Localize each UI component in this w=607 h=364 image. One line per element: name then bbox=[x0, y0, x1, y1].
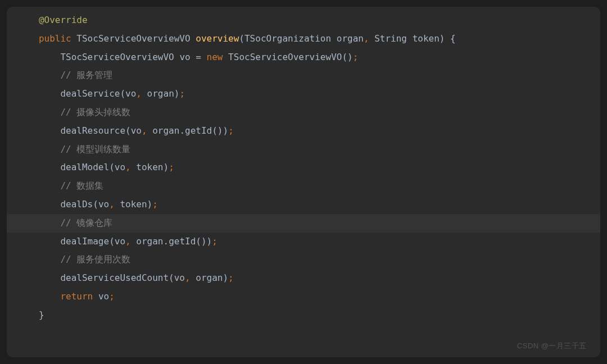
comma: , bbox=[125, 162, 131, 172]
paren-open: ( bbox=[109, 236, 115, 247]
paren-open: ( bbox=[93, 199, 98, 210]
comment: // 摄像头掉线数 bbox=[60, 107, 130, 117]
code-editor[interactable]: @Override public TSocServiceOverviewVO o… bbox=[7, 7, 600, 357]
semicolon: ; bbox=[152, 199, 158, 210]
code-line: // 摄像头掉线数 bbox=[7, 103, 600, 122]
keyword-new: new bbox=[207, 52, 223, 62]
paren-close: ) bbox=[201, 236, 207, 247]
arg: organ bbox=[147, 88, 174, 99]
var-name: vo bbox=[179, 52, 190, 62]
arg: vo bbox=[174, 272, 185, 283]
comment: // 数据集 bbox=[60, 180, 103, 191]
semicolon: ; bbox=[169, 162, 174, 172]
equals: = bbox=[196, 52, 201, 62]
paren-open: ( bbox=[342, 52, 347, 62]
comma: , bbox=[136, 88, 142, 99]
paren-close: ) bbox=[207, 236, 212, 247]
code-line: @Override bbox=[7, 11, 600, 30]
comma: , bbox=[185, 272, 191, 283]
semicolon: ; bbox=[228, 272, 234, 283]
code-line: // 服务管理 bbox=[7, 66, 600, 85]
method-call: dealModel bbox=[60, 162, 109, 172]
watermark: CSDN @一月三千五 bbox=[517, 339, 587, 354]
comment: // 模型训练数量 bbox=[60, 144, 130, 154]
keyword-public: public bbox=[39, 33, 71, 44]
semicolon: ; bbox=[228, 125, 234, 136]
comma: , bbox=[364, 33, 369, 44]
method-call: dealServiceUsedCount bbox=[60, 272, 169, 283]
arg: vo bbox=[125, 88, 136, 99]
dot: . bbox=[179, 125, 185, 136]
code-line: public TSocServiceOverviewVO overview(TS… bbox=[7, 30, 600, 48]
param-name: organ bbox=[337, 33, 364, 44]
var-name: vo bbox=[98, 291, 109, 302]
brace-open: { bbox=[450, 33, 456, 44]
paren-close: ) bbox=[347, 52, 353, 62]
paren-close: ) bbox=[174, 88, 180, 99]
arg: vo bbox=[115, 162, 125, 172]
code-line: dealResource(vo, organ.getId()); bbox=[7, 122, 600, 140]
code-line: TSocServiceOverviewVO vo = new TSocServi… bbox=[7, 48, 600, 67]
type-name: TSocServiceOverviewVO bbox=[76, 33, 190, 44]
annotation: @Override bbox=[39, 15, 88, 25]
arg: token bbox=[136, 162, 163, 172]
method-call: dealService bbox=[60, 88, 120, 99]
code-line: // 模型训练数量 bbox=[7, 140, 600, 159]
code-line: dealModel(vo, token); bbox=[7, 158, 600, 177]
paren-open: ( bbox=[120, 88, 125, 99]
code-line-highlighted: // 镜像仓库 bbox=[7, 214, 600, 233]
paren-open: ( bbox=[125, 125, 131, 136]
arg: token bbox=[120, 199, 147, 210]
semicolon: ; bbox=[179, 88, 185, 99]
code-line: dealServiceUsedCount(vo, organ); bbox=[7, 269, 600, 288]
brace-close: } bbox=[39, 310, 44, 320]
method-call: dealDs bbox=[60, 199, 93, 210]
comment: // 镜像仓库 bbox=[60, 217, 112, 228]
getter: getId bbox=[185, 125, 212, 136]
arg: organ bbox=[152, 125, 179, 136]
arg: organ bbox=[136, 236, 163, 247]
code-line: return vo; bbox=[7, 288, 600, 306]
keyword-return: return bbox=[60, 291, 93, 302]
dot: . bbox=[164, 236, 169, 247]
comma: , bbox=[125, 236, 131, 247]
code-line: // 数据集 bbox=[7, 177, 600, 195]
arg: vo bbox=[131, 125, 142, 136]
code-line: dealImage(vo, organ.getId()); bbox=[7, 233, 600, 251]
code-line: dealService(vo, organ); bbox=[7, 85, 600, 103]
comment: // 服务管理 bbox=[60, 70, 112, 80]
arg: organ bbox=[196, 272, 223, 283]
constructor: TSocServiceOverviewVO bbox=[228, 52, 342, 62]
arg: vo bbox=[115, 236, 125, 247]
paren-open: ( bbox=[212, 125, 218, 136]
paren-close: ) bbox=[164, 162, 169, 172]
semicolon: ; bbox=[353, 52, 359, 62]
code-line: dealDs(vo, token); bbox=[7, 195, 600, 214]
paren-open: ( bbox=[239, 33, 244, 44]
paren-open: ( bbox=[196, 236, 201, 247]
paren-close: ) bbox=[147, 199, 153, 210]
arg: vo bbox=[98, 199, 109, 210]
method-name: overview bbox=[196, 33, 239, 44]
type-name: String bbox=[374, 33, 407, 44]
semicolon: ; bbox=[109, 291, 115, 302]
paren-close: ) bbox=[223, 125, 228, 136]
code-line: // 服务使用次数 bbox=[7, 251, 600, 269]
getter: getId bbox=[169, 236, 196, 247]
paren-open: ( bbox=[109, 162, 115, 172]
comma: , bbox=[109, 199, 115, 210]
paren-close: ) bbox=[440, 33, 445, 44]
paren-open: ( bbox=[169, 272, 174, 283]
type-name: TSocServiceOverviewVO bbox=[60, 52, 174, 62]
method-call: dealResource bbox=[60, 125, 125, 136]
type-name: TSocOrganization bbox=[244, 33, 331, 44]
comment: // 服务使用次数 bbox=[60, 254, 130, 265]
semicolon: ; bbox=[212, 236, 218, 247]
method-call: dealImage bbox=[60, 236, 109, 247]
paren-close: ) bbox=[223, 272, 228, 283]
param-name: token bbox=[413, 33, 440, 44]
comma: , bbox=[142, 125, 147, 136]
code-line: } bbox=[7, 306, 600, 325]
